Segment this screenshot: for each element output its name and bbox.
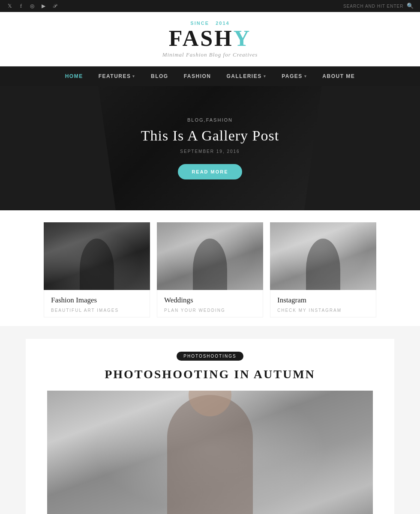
hero-content: BLOG,FASHION This Is A Gallery Post SEPT… xyxy=(141,117,279,179)
hero-title: This Is A Gallery Post xyxy=(141,128,279,144)
search-bar: 🔍 xyxy=(343,3,414,9)
figure-silhouette xyxy=(193,239,227,290)
logo-text-main: FASH xyxy=(169,26,234,51)
figure-silhouette xyxy=(80,239,114,290)
nav-item-features[interactable]: FEATURES ▾ xyxy=(91,66,143,86)
nav-list: HOME FEATURES ▾ BLOG FASHION GALLERIES ▾… xyxy=(57,66,363,86)
search-input[interactable] xyxy=(343,4,403,9)
post-header: PHOTOSHOOTINGS PHOTOSHOOTING IN AUTUMN xyxy=(47,352,373,381)
post-category-badge[interactable]: PHOTOSHOOTINGS xyxy=(177,352,243,361)
vimeo-icon[interactable]: ▶ xyxy=(40,3,47,9)
dribbble-icon[interactable]: ◎ xyxy=(29,3,36,9)
gallery-card-fashion[interactable]: Fashion Images BEAUTIFUL ART IMAGES xyxy=(44,222,150,317)
hero-right-panel xyxy=(304,86,420,210)
logo-accent: Y xyxy=(234,26,252,51)
search-icon[interactable]: 🔍 xyxy=(407,3,414,9)
hero-date: SEPTEMBER 19, 2016 xyxy=(141,149,279,154)
chevron-down-icon: ▾ xyxy=(264,66,267,86)
nav-item-home[interactable]: HOME xyxy=(57,66,91,86)
facebook-icon[interactable]: f xyxy=(18,3,24,9)
gallery-section: Fashion Images BEAUTIFUL ART IMAGES Wedd… xyxy=(0,210,420,326)
gallery-card-info-instagram: Instagram CHECK MY INSTAGRAM xyxy=(270,290,376,317)
gallery-card-title-weddings: Weddings xyxy=(164,296,256,305)
top-bar: 𝕏 f ◎ ▶ 𝒫 🔍 xyxy=(0,0,420,12)
site-tagline: Minimal Fashion Blog for Creatives xyxy=(0,51,420,58)
gallery-card-subtitle-weddings: PLAN YOUR WEDDING xyxy=(164,308,256,313)
twitter-icon[interactable]: 𝕏 xyxy=(6,3,13,9)
post-title: PHOTOSHOOTING IN AUTUMN xyxy=(47,368,373,381)
post-image xyxy=(47,391,373,514)
main-navigation: HOME FEATURES ▾ BLOG FASHION GALLERIES ▾… xyxy=(0,66,420,86)
chevron-down-icon: ▾ xyxy=(132,66,135,86)
gallery-card-title-fashion: Fashion Images xyxy=(51,296,143,305)
gallery-card-title-instagram: Instagram xyxy=(277,296,369,305)
nav-item-fashion[interactable]: FASHION xyxy=(176,66,219,86)
gallery-card-image-instagram xyxy=(270,222,376,290)
read-more-button[interactable]: READ MORE xyxy=(178,164,242,179)
post-figure-silhouette xyxy=(167,395,253,514)
nav-item-galleries[interactable]: GALLERIES ▾ xyxy=(219,66,274,86)
site-logo[interactable]: FASHY xyxy=(0,27,420,50)
gallery-card-subtitle-instagram: CHECK MY INSTAGRAM xyxy=(277,308,369,313)
blog-post-card: PHOTOSHOOTINGS PHOTOSHOOTING IN AUTUMN xyxy=(26,339,394,514)
gallery-card-instagram[interactable]: Instagram CHECK MY INSTAGRAM xyxy=(270,222,376,317)
gallery-card-subtitle-fashion: BEAUTIFUL ART IMAGES xyxy=(51,308,143,313)
blog-section: PHOTOSHOOTINGS PHOTOSHOOTING IN AUTUMN xyxy=(0,326,420,514)
hero-left-panel xyxy=(0,86,116,210)
nav-item-blog[interactable]: BLOG xyxy=(143,66,176,86)
gallery-card-weddings[interactable]: Weddings PLAN YOUR WEDDING xyxy=(157,222,263,317)
gallery-card-image-weddings xyxy=(157,222,263,290)
nav-item-about[interactable]: ABOUT ME xyxy=(315,66,363,86)
site-header: SINCE 2014 FASHY Minimal Fashion Blog fo… xyxy=(0,12,420,66)
figure-silhouette xyxy=(306,239,340,290)
gallery-card-info-weddings: Weddings PLAN YOUR WEDDING xyxy=(157,290,263,317)
nav-item-pages[interactable]: PAGES ▾ xyxy=(274,66,315,86)
pinterest-icon[interactable]: 𝒫 xyxy=(51,3,58,9)
social-links: 𝕏 f ◎ ▶ 𝒫 xyxy=(6,3,58,9)
gallery-cards: Fashion Images BEAUTIFUL ART IMAGES Wedd… xyxy=(1,222,419,317)
since-label: SINCE 2014 xyxy=(0,21,420,26)
chevron-down-icon: ▾ xyxy=(304,66,307,86)
hero-category: BLOG,FASHION xyxy=(141,117,279,123)
gallery-card-info-fashion: Fashion Images BEAUTIFUL ART IMAGES xyxy=(44,290,150,317)
hero-section: BLOG,FASHION This Is A Gallery Post SEPT… xyxy=(0,86,420,210)
gallery-card-image-fashion xyxy=(44,222,150,290)
